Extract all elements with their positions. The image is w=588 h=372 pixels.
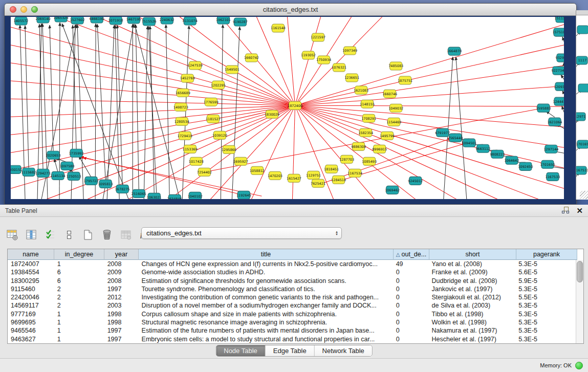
background-window-graph: 11171297117016501167533 <box>576 15 588 192</box>
table-row[interactable]: 1872400712008Changes of HCN gene express… <box>8 260 576 268</box>
table-cell: 49 <box>393 260 429 268</box>
graph-node-label: 1250513 <box>67 174 81 179</box>
column-header-out-de-[interactable]: △out_de... <box>394 249 429 260</box>
background-window[interactable]: 11171297117016501167533 <box>576 10 588 200</box>
graph-node-label: 1148155 <box>360 102 375 106</box>
import-table-disabled-icon[interactable] <box>119 228 133 242</box>
memory-status-icon[interactable] <box>575 362 583 369</box>
table-cell: 9463627 <box>8 335 54 343</box>
table-row[interactable]: 977716911998Corpus callosum shape and si… <box>8 310 576 318</box>
column-header-title[interactable]: title <box>139 249 394 260</box>
delete-table-icon[interactable] <box>100 228 114 242</box>
tab-edge-table[interactable]: Edge Table <box>265 345 314 356</box>
graph-node-label: 1467195 <box>126 17 141 21</box>
table-cell: Investigating the contribution of common… <box>139 293 393 301</box>
graph-node-label: 1117 <box>578 58 587 62</box>
table-row[interactable]: 946554611997Estimation of the future num… <box>8 326 576 335</box>
table-cell: 2 <box>54 293 104 301</box>
graph-node-label: 1872400 <box>288 104 302 108</box>
table-cell: 5.3E-5 <box>515 285 576 293</box>
graph-node-label: 1470203 <box>268 174 282 178</box>
table-body: 1872400712008Changes of HCN gene express… <box>8 260 576 343</box>
table-cell: 1997 <box>104 326 139 335</box>
graph-node-label: 8996915 <box>372 147 387 151</box>
graph-node-label: 1280534 <box>175 120 189 124</box>
graph-node-label: 1247539 <box>188 63 203 68</box>
table-cell: 5.3E-5 <box>515 260 576 268</box>
graph-node-label: 1065328 <box>54 17 69 20</box>
minimize-window-button[interactable] <box>20 6 27 13</box>
graph-node-label: 1615427 <box>287 177 301 181</box>
column-header-in-degree[interactable]: in_degree <box>54 249 104 260</box>
graph-node-label: 1660742 <box>244 56 259 60</box>
status-bar: Memory: OK <box>0 358 588 372</box>
row-selection-mode-icon[interactable] <box>43 228 57 242</box>
table-cell: 1997 <box>104 335 139 343</box>
table-cell: de Silva et al. (2003) <box>429 301 516 310</box>
graph-node-label: 1017428 <box>189 160 204 164</box>
column-header-name[interactable]: name <box>8 249 54 260</box>
graph-node-label: 7515526 <box>142 19 157 24</box>
table-row[interactable]: 1938455462009Genome-wide association stu… <box>8 268 576 276</box>
graph-node-label: 1193052 <box>301 53 316 57</box>
network-canvas[interactable]: 1405572206914010653281527602646619010719… <box>11 17 564 199</box>
network-window: citations_edges.txt 1405572206914010 <box>4 3 577 205</box>
graph-node-label: 1621083 <box>354 89 368 93</box>
zoom-window-button[interactable] <box>31 6 38 13</box>
table-selector-dropdown[interactable]: citations_edges.txt ▲▼ <box>141 227 342 239</box>
table-cell: 5.3E-5 <box>515 335 576 343</box>
graph-node[interactable] <box>577 26 588 34</box>
vertical-scrollbar[interactable] <box>576 260 583 343</box>
table-panel: Table Panel ✕ <box>0 205 588 358</box>
table-cell: Nakamura et al. (1997) <box>429 326 516 335</box>
tab-network-table[interactable]: Network Table <box>314 345 372 356</box>
table-cell: 1 <box>54 260 104 268</box>
graph-node-label: 9663112 <box>475 147 490 151</box>
resize-grip[interactable] <box>580 191 588 199</box>
table-cell: 22420046 <box>8 293 54 301</box>
create-table-icon[interactable] <box>81 228 95 242</box>
tab-node-table[interactable]: Node Table <box>216 345 265 356</box>
table-cell: 5.3E-5 <box>515 318 576 326</box>
table-options-icon[interactable] <box>5 228 19 242</box>
column-header-label: year <box>115 251 127 258</box>
graph-node-label: 1656689 <box>176 91 190 95</box>
float-panel-icon[interactable] <box>562 206 569 215</box>
table-row[interactable]: 969969511998Structural magnetic resonanc… <box>8 318 576 326</box>
column-header-year[interactable]: year <box>104 249 139 260</box>
row-height-icon[interactable] <box>62 228 76 242</box>
window-titlebar[interactable]: citations_edges.txt <box>5 4 576 16</box>
table-cell: 2 <box>54 285 104 293</box>
table-cell: 0 <box>393 326 429 335</box>
graph-node-label: 1527602 <box>70 18 85 22</box>
table-cell: Structural magnetic resonance image aver… <box>139 318 393 326</box>
graph-node-label: 1664878 <box>447 49 462 53</box>
show-columns-icon[interactable] <box>24 228 38 242</box>
graph-node[interactable] <box>578 84 588 92</box>
table-cell: Hescheler et al. (1997) <box>429 335 516 343</box>
graph-node-label: 1582354 <box>358 131 373 135</box>
table-row[interactable]: 911546021997Tourette syndrome. Phenomeno… <box>8 285 576 293</box>
graph-node-label: 8930151 <box>11 168 22 172</box>
graph-node-label: 1549501 <box>225 68 239 72</box>
graph-node-label: 1094501 <box>462 141 476 145</box>
close-panel-icon[interactable]: ✕ <box>576 207 583 214</box>
scrollbar-thumb[interactable] <box>577 261 583 282</box>
graph-node-label: 1076321 <box>332 65 346 70</box>
graph-node-label: 2240632 <box>160 18 175 22</box>
graph-node-label: 1297144 <box>544 147 559 151</box>
table-row[interactable]: 946362711997Embryonic stem cells: a mode… <box>8 335 576 343</box>
graph-node-label: 1063021 <box>147 195 162 200</box>
table-cell: 18724007 <box>8 260 54 268</box>
close-window-button[interactable] <box>10 6 16 13</box>
table-row[interactable]: 2242004622012Investigating the contribut… <box>8 293 576 301</box>
table-row[interactable]: 1830029562008Estimation of significance … <box>8 277 576 285</box>
application-window: citations_edges.txt 1405572206914010 <box>0 0 588 372</box>
table-cell: 1 <box>54 318 104 326</box>
column-header-short[interactable]: short <box>429 249 516 260</box>
table-toolbar: f(x) <box>5 226 153 244</box>
table-row[interactable]: 1456911722003Disruption of a novel membe… <box>8 301 576 310</box>
graph-node-label: 1095813 <box>98 182 113 186</box>
column-header-pagerank[interactable]: pagerank <box>516 249 577 260</box>
table-cell: 0 <box>393 285 429 293</box>
